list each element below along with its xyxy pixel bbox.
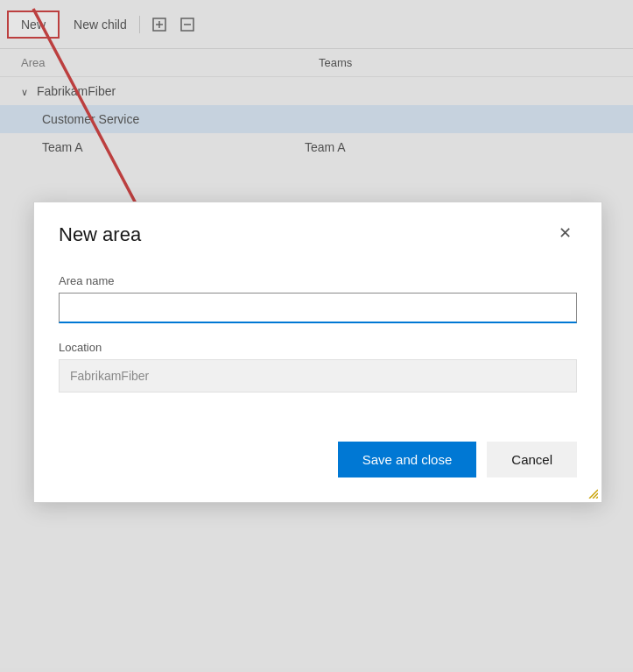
resize-handle[interactable] bbox=[586, 486, 598, 499]
cancel-button[interactable]: Cancel bbox=[487, 442, 577, 477]
modal-title: New area bbox=[59, 223, 141, 246]
save-close-button[interactable]: Save and close bbox=[338, 442, 477, 477]
area-name-label: Area name bbox=[59, 274, 577, 287]
new-area-modal: New area ✕ Area name Location FabrikamFi… bbox=[33, 202, 602, 503]
area-name-group: Area name bbox=[59, 274, 577, 323]
location-label: Location bbox=[59, 341, 577, 354]
modal-body: Area name Location FabrikamFiber bbox=[34, 260, 601, 435]
resize-icon bbox=[586, 486, 598, 499]
svg-line-9 bbox=[596, 497, 598, 499]
modal-header: New area ✕ bbox=[34, 202, 601, 260]
modal-footer: Save and close Cancel bbox=[34, 435, 601, 502]
location-group: Location FabrikamFiber bbox=[59, 341, 577, 393]
location-value: FabrikamFiber bbox=[59, 359, 577, 393]
modal-close-button[interactable]: ✕ bbox=[553, 223, 577, 243]
area-name-input[interactable] bbox=[59, 293, 577, 323]
